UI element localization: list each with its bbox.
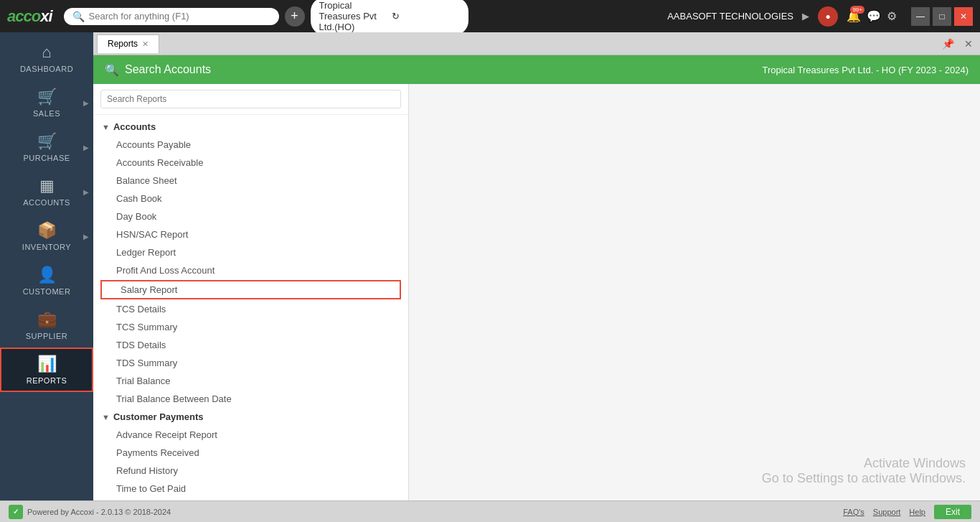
sidebar-label-customer: CUSTOMER (23, 287, 71, 296)
window-controls: — □ ✕ (911, 7, 973, 26)
avatar[interactable]: ● (818, 6, 838, 27)
sidebar-item-accounts[interactable]: ▦ ACCOUNTS ▶ (0, 169, 93, 214)
sidebar-item-reports[interactable]: 📊 REPORTS (0, 348, 93, 392)
tree-item-accounts-receivable[interactable]: Accounts Receivable (93, 154, 408, 172)
tree-item-cash-book[interactable]: Cash Book (93, 190, 408, 208)
reports-header-left: 🔍 Search Accounts (105, 63, 211, 77)
tab-reports[interactable]: Reports ✕ (97, 34, 159, 53)
topbar-right: AABASOFT TECHNOLOGIES ▶ ● 🔔 99+ 💬 ⚙ — □ … (667, 6, 973, 27)
sidebar-label-accounts: ACCOUNTS (23, 198, 70, 207)
chat-icon[interactable]: 💬 (867, 9, 881, 23)
sidebar-label-supplier: SUPPLIER (26, 332, 67, 340)
inventory-icon: 📦 (37, 221, 57, 240)
accounts-expand-icon: ▼ (102, 123, 110, 131)
minimize-button[interactable]: — (911, 7, 930, 26)
tree-item-accounts-payable[interactable]: Accounts Payable (93, 136, 408, 154)
tree-item-hsn-sac-report[interactable]: HSN/SAC Report (93, 225, 408, 243)
tree-item-tcs-details[interactable]: TCS Details (93, 300, 408, 318)
sidebar-item-sales[interactable]: 🛒 SALES ▶ (0, 80, 93, 125)
tree-item-advance-receipt-report[interactable]: Advance Receipt Report (93, 426, 408, 444)
tab-bar-actions: 📌 ✕ (938, 37, 976, 51)
close-button[interactable]: ✕ (954, 7, 973, 26)
reports-search-area (93, 84, 408, 115)
sidebar-label-sales: SALES (33, 109, 60, 118)
footer-right: FAQ's Support Help Exit (843, 505, 971, 519)
global-search-bar[interactable]: 🔍 (64, 8, 279, 25)
tab-bar: Reports ✕ 📌 ✕ (93, 32, 980, 55)
tree-item-balance-sheet[interactable]: Balance Sheet (93, 172, 408, 190)
reports-icon: 📊 (37, 355, 57, 373)
watermark: Activate Windows Go to Settings to activ… (762, 456, 966, 486)
notif-badge: 99+ (850, 6, 864, 14)
dashboard-icon: ⌂ (42, 43, 51, 62)
reports-panel: 🔍 Search Accounts Tropical Treasures Pvt… (93, 55, 980, 500)
customer-icon: 👤 (37, 266, 57, 284)
tree-item-tcs-summary[interactable]: TCS Summary (93, 318, 408, 336)
tree-item-ledger-report[interactable]: Ledger Report (93, 243, 408, 261)
footer-logo-icon: ✓ (9, 505, 23, 519)
search-accounts-icon: 🔍 (105, 63, 119, 77)
purchase-arrow: ▶ (83, 144, 89, 152)
content-area: Reports ✕ 📌 ✕ 🔍 Search Accounts Tropical… (93, 32, 980, 500)
tab-action-pin[interactable]: 📌 (938, 37, 958, 51)
accounts-icon: ▦ (39, 177, 55, 195)
global-search-input[interactable] (89, 11, 261, 22)
tree-item-trial-balance[interactable]: Trial Balance (93, 372, 408, 390)
tree-item-payments-received[interactable]: Payments Received (93, 444, 408, 462)
tree-item-day-book[interactable]: Day Book (93, 208, 408, 225)
tab-close-icon[interactable]: ✕ (142, 39, 149, 49)
exit-button[interactable]: Exit (934, 505, 971, 519)
sales-icon: 🛒 (37, 88, 57, 106)
sidebar-label-reports: REPORTS (27, 376, 67, 385)
reports-right-panel: Activate Windows Go to Settings to activ… (409, 84, 980, 500)
sidebar-item-purchase[interactable]: 🛒 PURCHASE ▶ (0, 125, 93, 169)
footer-help-link[interactable]: Help (909, 508, 925, 516)
tab-action-close[interactable]: ✕ (961, 37, 976, 51)
footer-powered-by: Powered by Accoxi - 2.0.13 © 2018-2024 (27, 508, 171, 516)
supplier-icon: 💼 (37, 310, 57, 329)
tree-item-profit-loss[interactable]: Profit And Loss Account (93, 261, 408, 279)
company-selector[interactable]: Tropical Treasures Pvt Ltd.(HO) ↻ (311, 0, 468, 35)
tree-category-customer-payments[interactable]: ▼ Customer Payments (93, 408, 408, 426)
aabasoft-label: AABASOFT TECHNOLOGIES (667, 11, 793, 22)
footer-faqs-link[interactable]: FAQ's (843, 508, 864, 516)
footer: ✓ Powered by Accoxi - 2.0.13 © 2018-2024… (0, 500, 980, 522)
reports-header: 🔍 Search Accounts Tropical Treasures Pvt… (93, 55, 980, 84)
tree-item-refund-history[interactable]: Refund History (93, 462, 408, 480)
tree-item-tds-summary[interactable]: TDS Summary (93, 354, 408, 372)
tree-category-accounts[interactable]: ▼ Accounts (93, 118, 408, 136)
inventory-arrow: ▶ (83, 233, 89, 241)
settings-icon[interactable]: ⚙ (887, 9, 897, 23)
sidebar-item-supplier[interactable]: 💼 SUPPLIER (0, 303, 93, 348)
notification-icon[interactable]: 🔔 99+ (847, 9, 861, 23)
reports-tree: ▼ Accounts Accounts Payable Accounts Rec… (93, 115, 408, 500)
tab-label: Reports (108, 39, 138, 49)
tree-item-tds-details[interactable]: TDS Details (93, 336, 408, 354)
reports-header-title: Search Accounts (125, 63, 211, 76)
maximize-button[interactable]: □ (933, 7, 951, 26)
tree-item-trial-balance-between-date[interactable]: Trial Balance Between Date (93, 390, 408, 408)
add-button[interactable]: + (285, 6, 305, 27)
accounts-arrow: ▶ (83, 188, 89, 196)
reports-left-panel: ▼ Accounts Accounts Payable Accounts Rec… (93, 84, 409, 500)
company-name: Tropical Treasures Pvt Ltd.(HO) (319, 0, 387, 32)
customer-payments-category-label: Customer Payments (113, 411, 204, 422)
refresh-icon[interactable]: ↻ (392, 11, 460, 22)
sidebar-label-inventory: INVENTORY (22, 243, 71, 251)
watermark-line1: Activate Windows (762, 456, 966, 471)
purchase-icon: 🛒 (37, 132, 57, 151)
sidebar-item-inventory[interactable]: 📦 INVENTORY ▶ (0, 214, 93, 258)
main-layout: ⌂ DASHBOARD 🛒 SALES ▶ 🛒 PURCHASE ▶ ▦ ACC… (0, 32, 980, 500)
search-reports-input[interactable] (100, 90, 401, 108)
sidebar: ⌂ DASHBOARD 🛒 SALES ▶ 🛒 PURCHASE ▶ ▦ ACC… (0, 32, 93, 500)
sidebar-item-customer[interactable]: 👤 CUSTOMER (0, 258, 93, 303)
footer-support-link[interactable]: Support (873, 508, 901, 516)
tree-item-time-to-get-paid[interactable]: Time to Get Paid (93, 480, 408, 498)
sidebar-item-dashboard[interactable]: ⌂ DASHBOARD (0, 36, 93, 80)
topbar: accoxi 🔍 + Tropical Treasures Pvt Ltd.(H… (0, 0, 980, 32)
sales-arrow: ▶ (83, 99, 89, 107)
reports-body: ▼ Accounts Accounts Payable Accounts Rec… (93, 84, 980, 500)
tree-item-salary-report[interactable]: Salary Report (100, 280, 401, 299)
sidebar-label-purchase: PURCHASE (23, 154, 70, 162)
accounts-category-label: Accounts (113, 121, 156, 132)
